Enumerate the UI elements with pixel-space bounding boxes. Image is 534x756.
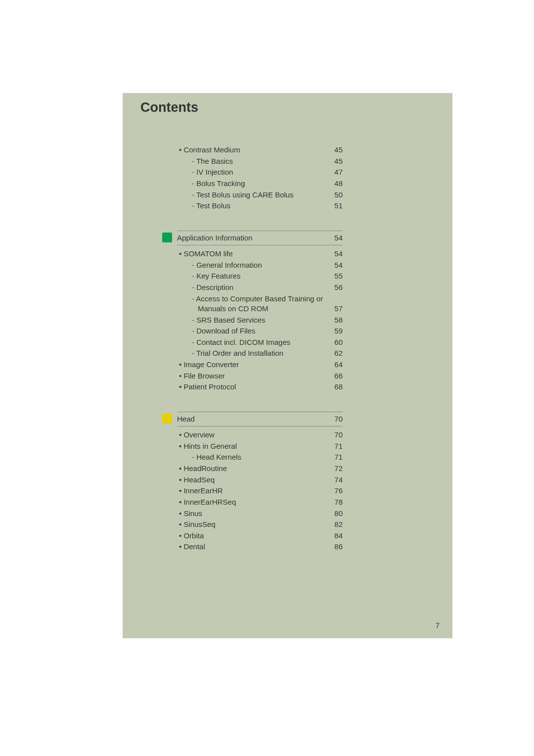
toc-entry-page: 55 — [323, 271, 343, 281]
toc-entry-page: 54 — [323, 249, 343, 259]
toc-entry[interactable]: HeadSeq74 — [177, 474, 343, 486]
toc-entry-page: 59 — [323, 326, 343, 336]
toc-entry[interactable]: Patient Protocol68 — [177, 381, 343, 393]
toc-section-header-head: Head 70 — [177, 412, 343, 426]
section-heading: Application Information — [177, 233, 253, 243]
toc-entry[interactable]: Contrast Medium45 — [177, 144, 343, 156]
toc-entry-page: 78 — [323, 497, 343, 507]
document-page: Contents Contrast Medium45The Basics45IV… — [123, 93, 452, 638]
toc-entry-page: 80 — [323, 509, 343, 519]
toc-entry-page: 45 — [323, 156, 343, 166]
toc-entry[interactable]: Download of Files59 — [177, 326, 343, 337]
toc-entry-label: SinusSeq — [179, 520, 323, 529]
toc-entry-page: 60 — [323, 337, 343, 347]
section-page-number: 70 — [334, 414, 343, 424]
toc-entry-label: Description — [190, 283, 323, 292]
toc-entry-label: Sinus — [179, 509, 323, 519]
toc-entry-page: 58 — [323, 315, 343, 325]
toc-entry[interactable]: Access to Computer Based Training orManu… — [177, 293, 343, 315]
toc-entry-label-cont: Manuals on CD ROM — [190, 304, 268, 314]
toc-entry[interactable]: Key Features55 — [177, 271, 343, 282]
toc-entry-label: SOMATOM life — [179, 249, 323, 259]
toc-entry-page: 70 — [323, 430, 343, 440]
toc-entry[interactable]: InnerEarHR76 — [177, 485, 343, 497]
toc-entry[interactable]: Head Kernels71 — [177, 452, 343, 463]
toc-entry-page: 62 — [323, 348, 343, 358]
toc-entry-label: Key Features — [190, 271, 323, 281]
toc-entry-page: 51 — [323, 201, 343, 211]
page-number: 7 — [436, 621, 440, 629]
toc-entry-label: Access to Computer Based Training or — [190, 294, 343, 304]
toc-entry-label: Download of Files — [190, 326, 323, 336]
toc-section-body-head: Overview70Hints in General71Head Kernels… — [177, 426, 343, 553]
toc-entry[interactable]: File Browser66 — [177, 371, 343, 382]
toc-entry[interactable]: The Basics45 — [177, 156, 343, 167]
toc-entry-page: 82 — [323, 520, 343, 529]
toc-entry[interactable]: Description56 — [177, 282, 343, 293]
section-chip-icon — [162, 233, 172, 242]
toc-entry-page: 71 — [323, 452, 343, 462]
toc-group-contrast: Contrast Medium45The Basics45IV Injectio… — [177, 144, 343, 212]
toc-entry-label: HeadRoutine — [179, 464, 323, 473]
toc-entry-label: Test Bolus using CARE Bolus — [190, 190, 323, 200]
toc-entry[interactable]: Trial Order and Installation62 — [177, 348, 343, 359]
toc-entry-label: Contact incl. DICOM Images — [190, 337, 323, 347]
toc-entry-page: 72 — [323, 464, 343, 473]
toc-entry-page: 66 — [323, 371, 343, 381]
section-heading: Head — [177, 414, 195, 424]
toc-entry-label: Bolus Tracking — [190, 179, 323, 189]
toc-entry-page: 54 — [323, 260, 343, 270]
toc-entry[interactable]: Image Converter64 — [177, 359, 343, 371]
toc-entry-label: Hints in General — [179, 441, 323, 451]
toc-entry[interactable]: InnerEarHRSeq78 — [177, 497, 343, 508]
toc-entry-label: SRS Based Services — [190, 315, 323, 325]
toc-entry-page: 64 — [323, 360, 343, 370]
toc-entry-label: Orbita — [179, 531, 323, 541]
toc-entry[interactable]: Contact incl. DICOM Images60 — [177, 337, 343, 348]
toc-entry-label: Contrast Medium — [179, 145, 323, 155]
toc-entry-label: Patient Protocol — [179, 382, 323, 392]
toc-entry[interactable]: Test Bolus using CARE Bolus50 — [177, 189, 343, 201]
toc-entry-label: Head Kernels — [190, 452, 323, 462]
toc-content: Contrast Medium45The Basics45IV Injectio… — [177, 144, 343, 553]
toc-entry-page: 84 — [323, 531, 343, 541]
toc-entry[interactable]: Dental86 — [177, 541, 343, 553]
section-chip-icon — [162, 414, 172, 424]
toc-entry-label: File Browser — [179, 371, 323, 381]
toc-section-header-app-info: Application Information 54 — [177, 231, 343, 245]
toc-entry-page: 45 — [323, 145, 343, 155]
toc-entry[interactable]: Hints in General71 — [177, 441, 343, 452]
toc-entry-label: Test Bolus — [190, 201, 323, 211]
toc-entry-label: Image Converter — [179, 360, 323, 370]
toc-entry-label: Trial Order and Installation — [190, 348, 323, 358]
section-page-number: 54 — [334, 233, 343, 243]
toc-entry-label: HeadSeq — [179, 475, 323, 485]
toc-entry[interactable]: General Information54 — [177, 260, 343, 271]
toc-entry-page: 56 — [323, 283, 343, 292]
toc-entry-page: 68 — [323, 382, 343, 392]
toc-entry[interactable]: IV Injection47 — [177, 167, 343, 178]
toc-section-body-app-info: SOMATOM life54General Information54Key F… — [177, 245, 343, 393]
page-title: Contents — [140, 100, 198, 115]
toc-entry-page: 74 — [323, 475, 343, 485]
toc-entry[interactable]: HeadRoutine72 — [177, 463, 343, 474]
toc-entry-label: General Information — [190, 260, 323, 270]
toc-entry-page: 50 — [323, 190, 343, 200]
toc-entry[interactable]: Test Bolus51 — [177, 200, 343, 212]
toc-entry-label: Overview — [179, 430, 323, 440]
toc-entry-label: Dental — [179, 542, 323, 552]
toc-entry[interactable]: Sinus80 — [177, 508, 343, 519]
toc-entry-label: The Basics — [190, 156, 323, 166]
toc-entry[interactable]: SOMATOM life54 — [177, 248, 343, 260]
toc-entry[interactable]: Overview70 — [177, 429, 343, 441]
toc-entry[interactable]: Orbita84 — [177, 530, 343, 542]
toc-entry[interactable]: Bolus Tracking48 — [177, 178, 343, 189]
toc-entry[interactable]: SinusSeq82 — [177, 519, 343, 530]
toc-entry-label: IV Injection — [190, 167, 323, 177]
toc-entry-label: InnerEarHR — [179, 486, 323, 496]
toc-entry-label: InnerEarHRSeq — [179, 497, 323, 507]
toc-entry-page: 47 — [323, 167, 343, 177]
toc-entry-page: 57 — [323, 304, 343, 314]
toc-entry-page: 71 — [323, 441, 343, 451]
toc-entry[interactable]: SRS Based Services58 — [177, 314, 343, 326]
